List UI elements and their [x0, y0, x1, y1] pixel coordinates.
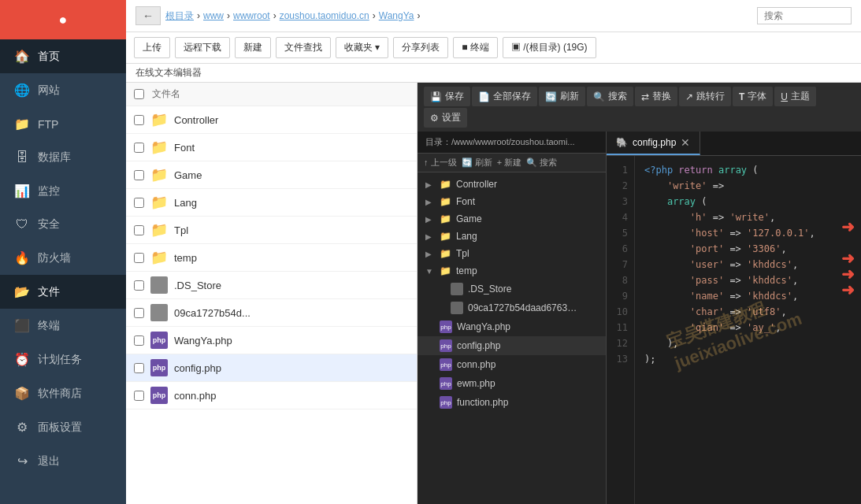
- folder-icon: 📁: [440, 265, 451, 276]
- breadcrumb-domain[interactable]: zoushou.taomiduo.cn: [280, 10, 369, 21]
- font-button[interactable]: T 字体: [733, 87, 773, 106]
- sidebar-item-monitor[interactable]: 📊 监控: [0, 174, 126, 208]
- file-checkbox[interactable]: [134, 115, 144, 125]
- tree-item[interactable]: php conn.php: [418, 355, 606, 374]
- tree-item[interactable]: ▶ 📁 Controller: [418, 176, 606, 193]
- file-row[interactable]: 📁 Font: [126, 134, 417, 161]
- favorites-button[interactable]: 收藏夹 ▾: [336, 37, 388, 58]
- editor-toolbar: 💾 保存 📄 全部保存 🔄 刷新 🔍 搜索 ⇄ 替换: [418, 83, 861, 132]
- file-checkbox[interactable]: [134, 308, 144, 318]
- share-list-button[interactable]: 分享列表: [393, 37, 448, 58]
- sidebar-item-settings[interactable]: ⚙ 面板设置: [0, 410, 126, 444]
- file-checkbox[interactable]: [134, 280, 144, 291]
- save-label: 保存: [445, 90, 464, 103]
- breadcrumb-wwwroot[interactable]: wwwroot: [233, 10, 270, 21]
- breadcrumb-root[interactable]: 根目录: [165, 9, 194, 23]
- search-button[interactable]: 🔍 搜索: [587, 87, 633, 106]
- find-file-button[interactable]: 文件查找: [276, 37, 331, 58]
- tree-new-button[interactable]: + 新建: [497, 157, 521, 169]
- sidebar-item-tasks[interactable]: ⏰ 计划任务: [0, 343, 126, 376]
- sidebar-item-home[interactable]: 🏠 首页: [0, 39, 126, 73]
- sidebar-item-database[interactable]: 🗄 数据库: [0, 141, 126, 174]
- upload-button[interactable]: 上传: [134, 37, 170, 58]
- file-row[interactable]: 📁 Game: [126, 161, 417, 189]
- file-row[interactable]: php conn.php: [126, 382, 417, 410]
- editor-body: 目录：/www/wwwroot/zoushou.taomi... ↑ 上一级 🔄…: [418, 132, 861, 504]
- tree-item-label: function.php: [457, 397, 508, 408]
- file-name: .DS_Store: [174, 280, 221, 291]
- file-row[interactable]: 📁 Lang: [126, 189, 417, 217]
- folder-icon: 📁: [440, 248, 451, 259]
- file-checkbox[interactable]: [134, 198, 144, 208]
- tree-directory-label: 目录：/www/wwwroot/zoushou.taomi...: [418, 132, 606, 154]
- tree-item[interactable]: ▶ 📁 Lang: [418, 228, 606, 245]
- breadcrumb-wangya[interactable]: WangYa: [379, 10, 414, 21]
- remote-download-button[interactable]: 远程下载: [175, 37, 230, 58]
- breadcrumb-www[interactable]: www: [203, 10, 224, 21]
- sidebar-item-security[interactable]: 🛡 安全: [0, 208, 126, 241]
- select-all-checkbox[interactable]: [134, 89, 144, 99]
- main-content: ← 根目录 › www › wwwroot › zoushou.taomiduo…: [126, 0, 861, 504]
- save-button[interactable]: 💾 保存: [424, 87, 470, 106]
- code-text[interactable]: <?php return array ( 'write' => array ( …: [635, 156, 861, 504]
- sidebar-label-settings: 面板设置: [38, 421, 82, 435]
- file-row[interactable]: 📁 Tpl: [126, 217, 417, 244]
- tab-close-button[interactable]: ✕: [681, 136, 690, 149]
- sidebar-item-website[interactable]: 🌐 网站: [0, 73, 126, 107]
- file-row[interactable]: 📁 temp: [126, 244, 417, 272]
- folder-icon: 📁: [440, 231, 451, 242]
- disk-button[interactable]: ▣ /(根目录) (19G): [503, 37, 596, 58]
- editor-settings-button[interactable]: ⚙ 设置: [424, 108, 467, 128]
- file-name: Game: [174, 169, 202, 181]
- tree-up-button[interactable]: ↑ 上一级: [424, 157, 457, 169]
- global-search-input[interactable]: [757, 7, 852, 24]
- tree-item[interactable]: 09ca1727b54daad6763f4b0...: [418, 298, 606, 317]
- tree-item[interactable]: php function.php: [418, 393, 606, 412]
- jump-line-button[interactable]: ↗ 跳转行: [679, 87, 731, 106]
- tree-refresh-button[interactable]: 🔄 刷新: [462, 157, 492, 169]
- sidebar-item-terminal[interactable]: ⬛ 终端: [0, 309, 126, 343]
- sidebar-item-logout[interactable]: ↪ 退出: [0, 444, 126, 478]
- file-checkbox[interactable]: [134, 391, 144, 401]
- tree-search-button[interactable]: 🔍 搜索: [526, 157, 557, 169]
- save-all-button[interactable]: 📄 全部保存: [472, 87, 537, 106]
- file-row[interactable]: .DS_Store: [126, 272, 417, 299]
- sidebar-item-firewall[interactable]: 🔥 防火墙: [0, 241, 126, 275]
- code-content[interactable]: 宝吴搭建教程jueixiaolive.com ➜ ➜ ➜ ➜ 1 2 3 4 5: [607, 156, 861, 504]
- file-name: 09ca1727b54d...: [174, 307, 251, 319]
- file-checkbox[interactable]: [134, 225, 144, 235]
- sidebar-item-ftp[interactable]: 📁 FTP: [0, 107, 126, 141]
- file-checkbox[interactable]: [134, 253, 144, 263]
- tree-item[interactable]: ▼ 📁 temp: [418, 262, 606, 280]
- sidebar-item-appstore[interactable]: 📦 软件商店: [0, 376, 126, 410]
- tree-item[interactable]: ▶ 📁 Tpl: [418, 245, 606, 262]
- tree-item-config[interactable]: php config.php: [418, 336, 606, 355]
- tree-item[interactable]: .DS_Store: [418, 280, 606, 298]
- code-panel: 🐘 config.php ✕ 宝吴搭建教程jueixiaolive.com ➜ …: [607, 132, 861, 504]
- file-row[interactable]: 📁 Controller: [126, 106, 417, 134]
- filename-col-header: 文件名: [152, 87, 180, 101]
- back-button[interactable]: ←: [135, 6, 161, 25]
- replace-button[interactable]: ⇄ 替换: [635, 87, 677, 106]
- file-row[interactable]: php WangYa.php: [126, 327, 417, 354]
- tree-item[interactable]: php ewm.php: [418, 374, 606, 393]
- breadcrumb: 根目录 › www › wwwroot › zoushou.taomiduo.c…: [165, 9, 420, 23]
- refresh-button[interactable]: 🔄 刷新: [539, 87, 585, 106]
- tree-item[interactable]: php WangYa.php: [418, 317, 606, 336]
- theme-button[interactable]: U 主题: [774, 87, 816, 106]
- new-button[interactable]: 新建: [235, 37, 271, 58]
- file-checkbox[interactable]: [134, 143, 144, 153]
- file-checkbox[interactable]: [134, 335, 144, 346]
- sidebar-item-files[interactable]: 📂 文件: [0, 275, 126, 309]
- tree-actions: ↑ 上一级 🔄 刷新 + 新建 🔍 搜索: [418, 154, 606, 172]
- tab-config-php[interactable]: 🐘 config.php ✕: [607, 132, 700, 155]
- tree-item[interactable]: ▶ 📁 Game: [418, 210, 606, 228]
- files-icon: 📂: [14, 284, 30, 299]
- file-checkbox[interactable]: [134, 363, 144, 373]
- terminal-button[interactable]: ■ 终端: [453, 37, 498, 58]
- file-row[interactable]: 09ca1727b54d...: [126, 299, 417, 327]
- php-icon: php: [150, 332, 168, 349]
- file-row[interactable]: php config.php: [126, 354, 417, 382]
- tree-item[interactable]: ▶ 📁 Font: [418, 193, 606, 210]
- file-checkbox[interactable]: [134, 170, 144, 180]
